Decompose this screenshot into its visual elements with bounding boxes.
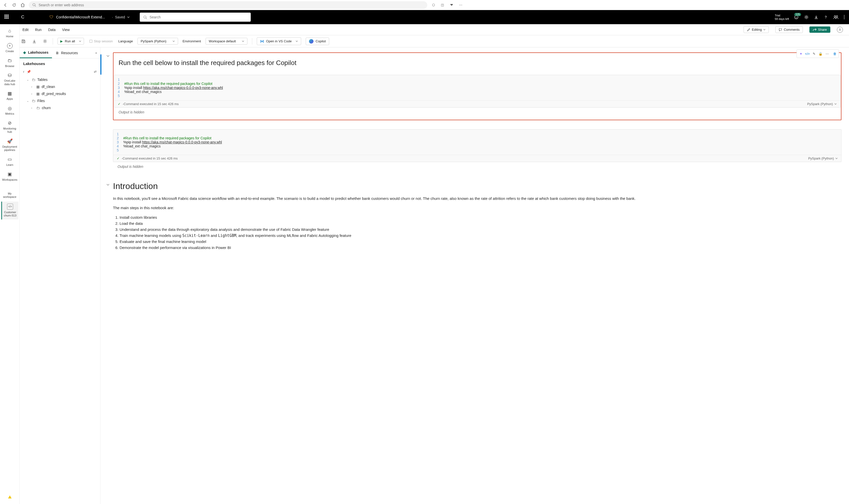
chevron-down-icon [834, 103, 837, 105]
tab-data[interactable]: Data [48, 25, 56, 34]
code-content[interactable]: #Run this cell to install the required p… [124, 78, 223, 98]
rail-apps[interactable]: ▦Apps [1, 89, 18, 103]
list-item: Load the data [120, 220, 842, 227]
favorites-icon[interactable]: ❤ [449, 2, 454, 7]
pencil-icon [747, 28, 750, 32]
environment-label: Environment [183, 39, 201, 43]
share-button[interactable]: Share [809, 26, 830, 33]
code-content[interactable]: #Run this cell to install the required p… [123, 132, 222, 152]
run-all-button[interactable]: ▶ Run all [57, 38, 84, 44]
status-text: -Command executed in 15 sec 426 ms [122, 157, 178, 160]
download-button[interactable] [814, 15, 818, 19]
rail-onelake[interactable]: ⛁OneLake data hub [1, 71, 18, 88]
rail-metrics[interactable]: ◎Metrics [1, 104, 18, 118]
rail-home[interactable]: ⌂Home [1, 26, 18, 40]
search-icon [32, 3, 36, 7]
app-search-input[interactable] [150, 15, 247, 19]
cell-collapse-toggle[interactable] [103, 52, 113, 120]
comments-button[interactable]: Comments [775, 26, 803, 33]
toggle-code-button[interactable]: </> [804, 51, 810, 57]
rail-learn[interactable]: ▭Learn [1, 155, 18, 168]
tab-run[interactable]: Run [35, 25, 41, 34]
edit-cell-button[interactable]: ✎ [811, 51, 817, 57]
chevron-down-icon [106, 54, 109, 57]
cell-language-display[interactable]: PySpark (Python) [808, 157, 838, 160]
cell-language-display[interactable]: PySpark (Python) [807, 102, 837, 106]
tree-churn[interactable]: ›🗀churn [21, 104, 99, 111]
save-button[interactable] [20, 38, 27, 44]
stop-icon [89, 40, 92, 42]
more-button[interactable] [844, 15, 845, 19]
tree-tables[interactable]: ⌄🗀Tables [21, 76, 99, 83]
output-hidden-text[interactable]: Output is hidden [113, 162, 842, 171]
tab-view[interactable]: View [62, 25, 70, 34]
notifications-button[interactable]: 125 [794, 15, 799, 19]
active-cell-marker [100, 54, 101, 75]
rail-monitoring[interactable]: ⊘Monitoring hub [1, 119, 18, 136]
help-icon: ? [824, 15, 828, 19]
rail-my-workspace[interactable]: My workspace [1, 190, 18, 201]
help-button[interactable]: ? [824, 15, 828, 19]
open-vscode-button[interactable]: ⋈ Open in VS Code [257, 37, 301, 45]
output-hidden-text[interactable]: Output is hidden [114, 108, 841, 117]
more-cell-button[interactable]: ⋯ [824, 51, 830, 57]
rail-powerbi[interactable] [1, 493, 18, 502]
rail-browse[interactable]: 🗀Browse [1, 56, 18, 70]
explorer-tab-lakehouses[interactable]: ◆ Lakehouses [20, 47, 52, 58]
address-input[interactable] [39, 3, 424, 7]
tree-files[interactable]: ⌄🗀Files [21, 97, 99, 104]
delete-cell-button[interactable]: 🗑 [832, 51, 838, 57]
presence-avatar[interactable] [837, 27, 843, 33]
tab-edit[interactable]: Edit [22, 25, 29, 34]
tree-df-clean[interactable]: ›▦df_clean [21, 83, 99, 90]
search-text[interactable]: r [23, 70, 24, 74]
editing-mode-button[interactable]: Editing [744, 26, 769, 33]
rail-label: Home [6, 35, 13, 38]
list-item: Train machine learning models using Scik… [120, 233, 842, 239]
comments-label: Comments [784, 28, 800, 32]
app-search-bar[interactable] [140, 13, 251, 22]
more-icon[interactable]: ⋯ [458, 2, 463, 7]
back-button[interactable] [3, 2, 8, 7]
breadcrumb[interactable]: 🛡 Confidential\Microsoft Extend... [49, 15, 105, 19]
svg-text:?: ? [825, 15, 827, 19]
copilot-cell-button[interactable]: ✦ [798, 51, 804, 57]
swap-icon[interactable]: ⇄ [94, 70, 97, 74]
rail-pipelines[interactable]: 🚀Deployment pipelines [1, 137, 18, 154]
rail-label: Create [5, 50, 14, 53]
tree-df-pred[interactable]: ›▦df_pred_results [21, 90, 99, 97]
cell-collapse-toggle[interactable] [103, 181, 113, 251]
collapse-panel-button[interactable]: « [92, 51, 100, 55]
environment-select[interactable]: Workspace default [206, 38, 247, 44]
settings-button[interactable] [804, 15, 809, 19]
language-select[interactable]: PySpark (Python) [137, 38, 178, 44]
app-launcher-icon[interactable] [4, 15, 10, 20]
copilot-button[interactable]: Copilot [306, 38, 329, 45]
rail-label: Browse [5, 65, 14, 68]
markdown-cell-highlighted[interactable]: Run the cell below to install the requir… [113, 52, 842, 120]
file-tree: ⌄🗀Tables ›▦df_clean ›▦df_pred_results ⌄🗀… [20, 76, 100, 111]
rail-create[interactable]: +Create [1, 41, 18, 55]
svg-point-3 [796, 17, 796, 17]
extensions-icon[interactable]: ⬡ [431, 2, 436, 7]
save-status[interactable]: · Saved [112, 15, 129, 19]
vscode-label: Open in VS Code [266, 39, 292, 43]
export-button[interactable] [31, 38, 37, 44]
home-button[interactable] [20, 2, 25, 7]
split-screen-icon[interactable]: ◫ [440, 2, 445, 7]
chevron-down-icon [296, 40, 298, 42]
refresh-button[interactable] [12, 2, 17, 7]
explorer-tab-resources[interactable]: 🗎 Resources [52, 47, 82, 58]
people-button[interactable] [833, 15, 838, 19]
code-cell[interactable]: 12345 #Run this cell to install the requ… [114, 75, 841, 108]
browser-address-bar[interactable] [29, 1, 427, 9]
rail-workspaces[interactable]: ▣Workspaces [1, 169, 18, 183]
pin-icon[interactable]: 📌 [27, 70, 31, 74]
stop-session-button[interactable]: Stop session [88, 38, 114, 44]
lock-cell-button[interactable]: 🔒 [817, 51, 824, 57]
code-cell-2[interactable]: 12345 #Run this cell to install the requ… [113, 129, 842, 162]
check-icon: ✓ [118, 102, 121, 106]
rail-notebook-active[interactable]: </>Customer churn-513 [1, 202, 18, 219]
settings-button[interactable] [42, 38, 48, 44]
markdown-cell-intro[interactable]: Introduction In this notebook, you'll se… [113, 181, 842, 251]
